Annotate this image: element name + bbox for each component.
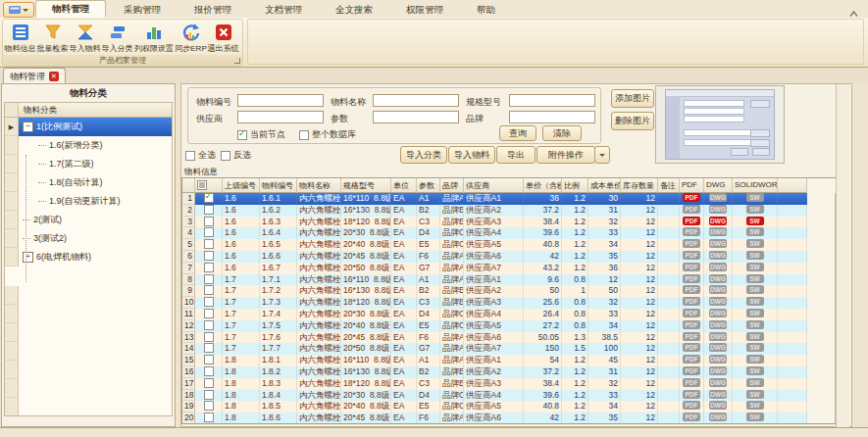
column-header-7[interactable]: 供应商: [464, 178, 524, 193]
tree-item-2[interactable]: 1.7(第二级): [5, 155, 172, 173]
attachment-dropdown-button[interactable]: [594, 146, 610, 164]
sw-badge[interactable]: SW: [746, 355, 764, 364]
row-checkbox-cell[interactable]: [195, 332, 223, 344]
pdf-badge[interactable]: PDF: [683, 285, 700, 294]
import-material-button[interactable]: 导入物料: [448, 146, 495, 164]
menu-tab-5[interactable]: 权限管理: [390, 2, 459, 18]
param-input[interactable]: [373, 111, 459, 123]
row-checkbox[interactable]: [204, 343, 214, 353]
dwg-badge[interactable]: DWG: [709, 193, 727, 202]
row-checkbox-cell[interactable]: [195, 320, 223, 332]
pdf-badge[interactable]: PDF: [683, 355, 700, 364]
row-checkbox-cell[interactable]: [195, 413, 223, 424]
table-row[interactable]: 111.71.7.4内六角螺栓420*30 8.8级EAD4品牌C供应商A426…: [182, 309, 848, 320]
dwg-badge[interactable]: DWG: [709, 320, 727, 329]
row-checkbox[interactable]: [204, 320, 214, 330]
dwg-badge[interactable]: DWG: [709, 401, 727, 410]
dwg-badge[interactable]: DWG: [709, 366, 727, 375]
row-checkbox-cell[interactable]: [195, 205, 223, 217]
dwg-badge[interactable]: DWG: [709, 285, 727, 294]
add-image-button[interactable]: 添加图片: [611, 89, 654, 108]
table-row[interactable]: 71.61.6.7内六角螺栓720*50 8.8级EAG7品牌A供应商A743.…: [182, 263, 848, 274]
dwg-badge[interactable]: DWG: [709, 390, 727, 399]
dwg-badge[interactable]: DWG: [709, 227, 727, 236]
table-row[interactable]: 191.81.8.5内六角螺栓520*40 8.8级EAE5品牌C供应商A540…: [182, 401, 848, 413]
row-number-header[interactable]: [182, 178, 195, 193]
ribbon-button-1[interactable]: 批量检索: [36, 21, 69, 54]
row-checkbox-cell[interactable]: [195, 285, 223, 297]
column-header-13[interactable]: PDF: [680, 178, 704, 193]
pdf-badge[interactable]: PDF: [683, 413, 700, 421]
dwg-badge[interactable]: DWG: [709, 217, 727, 225]
ribbon-button-4[interactable]: 列权限设置: [133, 21, 175, 54]
pdf-badge[interactable]: PDF: [683, 297, 700, 306]
table-row[interactable]: 131.71.7.6内六角螺栓620*45 8.8级EAF6品牌A供应商A650…: [182, 332, 848, 344]
brand-input[interactable]: [509, 111, 595, 123]
sw-badge[interactable]: SW: [746, 217, 764, 225]
dwg-badge[interactable]: DWG: [709, 297, 727, 306]
sw-badge[interactable]: SW: [746, 193, 764, 202]
tree-item-1[interactable]: 1.6(新增分类): [5, 136, 172, 155]
column-header-12[interactable]: 备注: [658, 178, 680, 193]
table-row[interactable]: 201.81.8.6内六角螺栓620*45 8.8级EAF6品牌A供应商A642…: [182, 413, 848, 424]
column-header-1[interactable]: 物料编号: [260, 178, 297, 193]
row-checkbox-cell[interactable]: [195, 401, 223, 413]
column-header-11[interactable]: 库存数量: [621, 178, 658, 193]
tree-item-6[interactable]: 3(测试2): [5, 229, 172, 248]
dwg-badge[interactable]: DWG: [709, 378, 727, 387]
sw-badge[interactable]: SW: [746, 320, 764, 329]
menu-tab-2[interactable]: 报价管理: [179, 2, 247, 18]
table-row[interactable]: 41.61.6.4内六角螺栓420*30 8.8级EAD4品牌C供应商A439.…: [182, 227, 848, 239]
sw-badge[interactable]: SW: [746, 332, 764, 341]
row-checkbox-cell[interactable]: [195, 274, 223, 286]
sw-badge[interactable]: SW: [746, 274, 764, 283]
sw-badge[interactable]: SW: [746, 227, 764, 236]
column-header-8[interactable]: 单价（含税）: [524, 178, 562, 193]
sw-badge[interactable]: SW: [746, 251, 764, 260]
clear-button[interactable]: 清除: [542, 125, 582, 141]
pdf-badge[interactable]: PDF: [683, 332, 700, 341]
column-header-0[interactable]: 上级编号: [223, 178, 260, 193]
sw-badge[interactable]: SW: [746, 413, 764, 421]
table-row[interactable]: 51.61.6.5内六角螺栓520*40 8.8级EAE5品牌C供应商A540.…: [182, 239, 848, 251]
column-header-4[interactable]: 单位: [391, 178, 417, 193]
row-checkbox[interactable]: [204, 378, 214, 388]
pdf-badge[interactable]: PDF: [683, 193, 700, 202]
row-checkbox-cell[interactable]: [195, 217, 223, 228]
table-row[interactable]: 161.81.8.2内六角螺栓216*130 8.8级EAB2品牌B供应商A23…: [182, 366, 848, 378]
row-checkbox-cell[interactable]: [195, 309, 223, 320]
dwg-badge[interactable]: DWG: [709, 239, 727, 248]
whole-db-checkbox[interactable]: 整个数据库: [299, 128, 356, 141]
row-checkbox[interactable]: [204, 217, 214, 226]
tree-header-label[interactable]: 物料分类: [19, 103, 172, 118]
current-node-checkbox[interactable]: 当前节点: [237, 128, 285, 141]
row-checkbox-cell[interactable]: [195, 355, 223, 366]
pdf-badge[interactable]: PDF: [683, 401, 700, 410]
ribbon-button-2[interactable]: 导入物料: [69, 21, 101, 54]
sw-badge[interactable]: SW: [746, 390, 764, 399]
row-checkbox-cell[interactable]: [195, 378, 223, 390]
ribbon-group-expand-icon[interactable]: [234, 58, 240, 64]
row-checkbox-cell[interactable]: [195, 366, 223, 378]
import-category-button[interactable]: 导入分类: [400, 146, 447, 164]
row-checkbox[interactable]: [204, 263, 214, 272]
menu-tab-3[interactable]: 文档管理: [249, 2, 318, 18]
select-all-checkbox[interactable]: 全选: [185, 149, 216, 162]
column-header-10[interactable]: 成本单价: [588, 178, 621, 193]
tree-item-3[interactable]: 1.8(自动计算): [5, 173, 172, 192]
row-checkbox-cell[interactable]: [195, 297, 223, 309]
sw-badge[interactable]: SW: [746, 239, 764, 248]
row-checkbox[interactable]: [204, 332, 214, 342]
pdf-badge[interactable]: PDF: [683, 378, 700, 387]
pdf-badge[interactable]: PDF: [683, 309, 700, 317]
row-checkbox[interactable]: [204, 355, 214, 364]
tree-item-0[interactable]: ▶−1(比例测试): [5, 118, 172, 136]
row-checkbox-cell[interactable]: [195, 263, 223, 274]
pdf-badge[interactable]: PDF: [683, 320, 700, 329]
column-header-15[interactable]: SOLIDWORKS: [733, 178, 778, 193]
sw-badge[interactable]: SW: [746, 285, 764, 294]
checkbox-column-header[interactable]: [195, 178, 223, 193]
table-row[interactable]: 11.61.6.1内六角螺栓116*110 8.8级EAA1品牌A供应商A136…: [182, 193, 848, 205]
pdf-badge[interactable]: PDF: [683, 227, 700, 236]
table-row[interactable]: 151.81.8.1内六角螺栓116*110 8.8级EAA1品牌A供应商A15…: [182, 355, 848, 366]
